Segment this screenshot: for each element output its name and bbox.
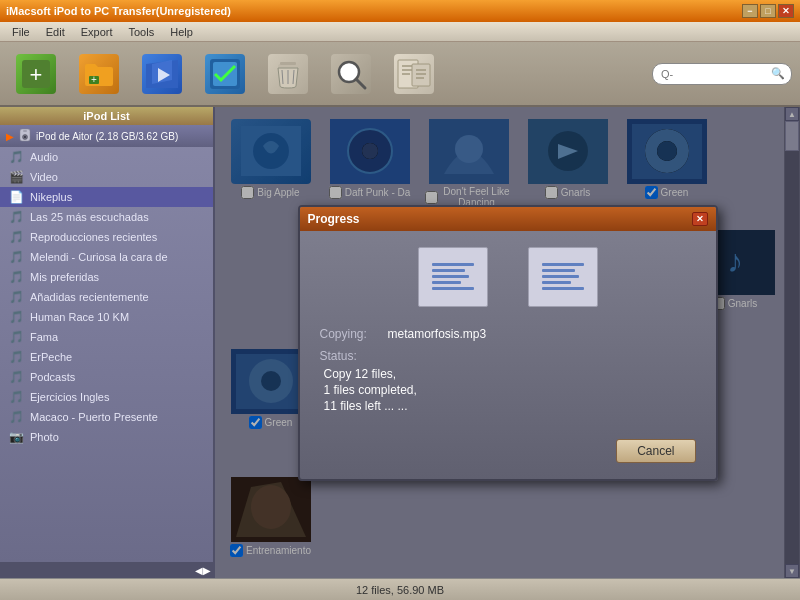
export-button[interactable] [386, 46, 441, 101]
progress-close-button[interactable]: ✕ [692, 212, 708, 226]
export-icon [394, 54, 434, 94]
window-controls: − □ ✕ [742, 4, 794, 18]
sidebar-label-recent: Reproducciones recientes [30, 231, 157, 243]
sidebar-item-preferidas[interactable]: 🎵 Mis preferidas [0, 267, 213, 287]
trash-button[interactable] [260, 46, 315, 101]
maximize-button[interactable]: □ [760, 4, 776, 18]
cancel-button[interactable]: Cancel [616, 439, 695, 463]
status-line-2: 1 files completed, [324, 383, 696, 397]
status-label: Status: [320, 349, 696, 363]
ejercicios-icon: 🎵 [8, 390, 24, 404]
svg-rect-19 [412, 64, 430, 86]
ipod-device-item[interactable]: ▶ iPod de Aitor (2.18 GB/3.62 GB) [0, 125, 213, 147]
line-3 [432, 275, 470, 278]
add-file-button[interactable]: + [8, 46, 63, 101]
dline-5 [542, 287, 584, 290]
dline-1 [542, 263, 584, 266]
menu-export[interactable]: Export [73, 24, 121, 40]
menu-bar: File Edit Export Tools Help [0, 22, 800, 42]
svg-point-25 [24, 136, 26, 138]
folder-icon: + [79, 54, 119, 94]
preferidas-icon: 🎵 [8, 270, 24, 284]
source-lines [428, 257, 478, 297]
menu-help[interactable]: Help [162, 24, 201, 40]
minimize-button[interactable]: − [742, 4, 758, 18]
video-button[interactable] [134, 46, 189, 101]
check-icon [205, 54, 245, 94]
sidebar-item-recent[interactable]: 🎵 Reproducciones recientes [0, 227, 213, 247]
sidebar-scrollbar[interactable]: ◀ ▶ [0, 562, 213, 578]
progress-title-bar: Progress ✕ [300, 207, 716, 231]
sidebar-item-fama[interactable]: 🎵 Fama [0, 327, 213, 347]
sidebar-label-nikeplus: Nikeplus [30, 191, 72, 203]
progress-footer: Cancel [300, 431, 716, 479]
sidebar-label-fama: Fama [30, 331, 58, 343]
added-icon: 🎵 [8, 290, 24, 304]
sidebar-item-nikeplus[interactable]: 📄 Nikeplus [0, 187, 213, 207]
progress-body: Copying: metamorfosis.mp3 Status: Copy 1… [300, 231, 716, 431]
trash-icon [268, 54, 308, 94]
search-button[interactable] [323, 46, 378, 101]
menu-tools[interactable]: Tools [121, 24, 163, 40]
sidebar-item-erpeche[interactable]: 🎵 ErPeche [0, 347, 213, 367]
progress-icons [320, 247, 696, 307]
sidebar-item-macaco[interactable]: 🎵 Macaco - Puerto Presente [0, 407, 213, 427]
erpeche-icon: 🎵 [8, 350, 24, 364]
select-all-button[interactable] [197, 46, 252, 101]
podcasts-icon: 🎵 [8, 370, 24, 384]
sidebar-item-humanrace[interactable]: 🎵 Human Race 10 KM [0, 307, 213, 327]
status-line-1: Copy 12 files, [324, 367, 696, 381]
search-input[interactable] [661, 68, 771, 80]
sidebar-label-video: Video [30, 171, 58, 183]
search-box[interactable]: 🔍 [652, 63, 792, 85]
add-folder-button[interactable]: + [71, 46, 126, 101]
sidebar-item-added[interactable]: 🎵 Añadidas recientemente [0, 287, 213, 307]
ipod-label: iPod de Aitor (2.18 GB/3.62 GB) [36, 131, 178, 142]
svg-text:+: + [29, 62, 42, 87]
sidebar-label-photo: Photo [30, 431, 59, 443]
sidebar-item-photo[interactable]: 📷 Photo [0, 427, 213, 447]
sidebar-item-ejercicios[interactable]: 🎵 Ejercicios Ingles [0, 387, 213, 407]
menu-edit[interactable]: Edit [38, 24, 73, 40]
dest-lines [538, 257, 588, 297]
sidebar-item-video[interactable]: 🎬 Video [0, 167, 213, 187]
menu-file[interactable]: File [4, 24, 38, 40]
sidebar-label-audio: Audio [30, 151, 58, 163]
sidebar-label-erpeche: ErPeche [30, 351, 72, 363]
sidebar-label-podcasts: Podcasts [30, 371, 75, 383]
video-side-icon: 🎬 [8, 170, 24, 184]
sidebar-item-top25[interactable]: 🎵 Las 25 más escuchadas [0, 207, 213, 227]
sidebar-item-melendi[interactable]: 🎵 Melendi - Curiosa la cara de [0, 247, 213, 267]
sidebar-label-humanrace: Human Race 10 KM [30, 311, 129, 323]
copying-row: Copying: metamorfosis.mp3 [320, 327, 696, 341]
scroll-left[interactable]: ◀ [195, 565, 203, 576]
sidebar-item-podcasts[interactable]: 🎵 Podcasts [0, 367, 213, 387]
copying-label: Copying: [320, 327, 380, 341]
main-area: iPod List ▶ iPod de Aitor (2.18 GB/3.62 … [0, 107, 800, 578]
line-4 [432, 281, 461, 284]
sidebar-list: 🎵 Audio 🎬 Video 📄 Nikeplus 🎵 Las 25 más … [0, 147, 213, 562]
fama-icon: 🎵 [8, 330, 24, 344]
title-bar: iMacsoft iPod to PC Transfer(Unregistere… [0, 0, 800, 22]
dline-2 [542, 269, 576, 272]
line-1 [432, 263, 474, 266]
line-5 [432, 287, 474, 290]
copying-value: metamorfosis.mp3 [388, 327, 487, 341]
sidebar-label-ejercicios: Ejercicios Ingles [30, 391, 109, 403]
audio-icon: 🎵 [8, 150, 24, 164]
add-file-icon: + [16, 54, 56, 94]
dline-3 [542, 275, 580, 278]
dest-icon [528, 247, 598, 307]
photo-side-icon: 📷 [8, 430, 24, 444]
status-lines: Copy 12 files, 1 files completed, 11 fil… [324, 367, 696, 413]
sidebar-item-audio[interactable]: 🎵 Audio [0, 147, 213, 167]
scroll-right[interactable]: ▶ [203, 565, 211, 576]
search-icon: 🔍 [771, 67, 785, 80]
status-line-3: 11 files left ... ... [324, 399, 696, 413]
video-icon [142, 54, 182, 94]
progress-overlay: Progress ✕ [215, 107, 800, 578]
svg-line-14 [356, 79, 365, 88]
magnify-icon [331, 54, 371, 94]
melendi-icon: 🎵 [8, 250, 24, 264]
close-button[interactable]: ✕ [778, 4, 794, 18]
